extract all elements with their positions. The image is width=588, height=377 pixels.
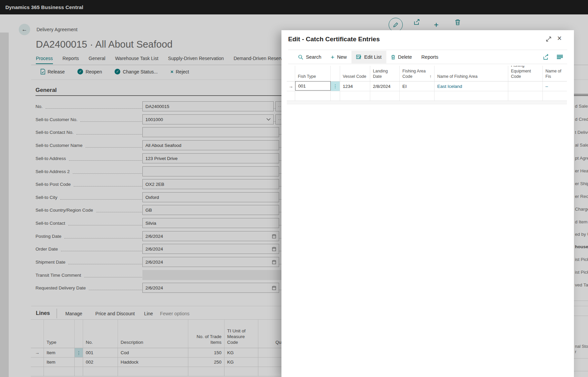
plus-icon: + [331,54,334,60]
reports-button[interactable]: Reports [417,51,443,63]
grid-header: Fish Type Vessel Code Landing Date Fishi… [287,66,567,82]
cell-fishing-area-code[interactable]: EI [400,82,435,91]
row-options-dots[interactable]: ⋮ [331,82,340,91]
new-button[interactable]: + New [326,51,351,63]
dialog-toolbar-right [543,50,563,64]
search-icon [298,55,303,60]
expand-dialog-button[interactable] [545,36,552,42]
share-icon [543,54,549,60]
cell-name-of-fish[interactable]: – [543,82,567,91]
delete-button[interactable]: Delete [386,51,417,63]
close-icon: × [557,34,562,43]
grid-footer-band [287,101,567,104]
dialog-title: Edit - Catch Certificate Entries [288,36,380,43]
reports-label: Reports [421,54,439,60]
col-name-of-fishing-area[interactable]: Name of Fishing Area [435,66,508,81]
row-marker: → [287,82,295,91]
col-vessel-code[interactable]: Vessel Code [340,66,370,81]
col-name-of-fish-cut[interactable]: Name of Fis [543,66,567,81]
screen: Dynamics 365 Business Central ← Delivery… [0,0,588,377]
new-label: New [337,54,347,60]
share-button[interactable] [543,54,549,60]
edit-list-button[interactable]: Edit List [351,51,386,63]
expand-icon [545,36,552,42]
cell-landing-date[interactable]: 2/8/2024 [370,82,400,91]
sort-ascending-icon: ↑ [430,74,432,79]
cell-vessel-code[interactable]: 1234 [340,82,370,91]
entry-row-2-empty[interactable] [287,91,567,101]
dialog-divider [288,50,567,50]
entry-row-1[interactable]: → 001 ⋮ 1234 2/8/2024 EI East Iceland – [287,82,567,91]
col-landing-date[interactable]: Landing Date [370,66,400,81]
cell-fishing-equipment-code[interactable] [508,82,543,91]
col-fish-type[interactable]: Fish Type [295,66,331,81]
edit-list-icon [356,55,362,60]
col-fishing-area-code[interactable]: Fishing Area Code↑ [400,66,435,81]
cell-name-of-fishing-area-link[interactable]: East Iceland [435,82,508,91]
dialog-toolbar: Search + New Edit List Delete Reports [293,50,443,64]
catch-certificate-grid: Fish Type Vessel Code Landing Date Fishi… [287,66,567,104]
close-dialog-button[interactable]: × [557,35,562,42]
col-dots [331,66,340,81]
trash-icon [391,55,395,60]
show-list-icon[interactable] [557,55,563,59]
toolbar-divider [288,64,567,64]
delete-label: Delete [398,54,412,60]
search-label: Search [306,54,321,60]
catch-certificate-dialog: Edit - Catch Certificate Entries × Searc… [281,30,574,377]
search-button[interactable]: Search [293,51,326,63]
row-marker-column [287,66,295,81]
list-icon [557,55,563,59]
edit-list-label: Edit List [364,54,382,60]
col-fishing-equipment-code[interactable]: Fishing Equipment Code [508,66,543,81]
cell-fish-type[interactable]: 001 [295,81,331,91]
